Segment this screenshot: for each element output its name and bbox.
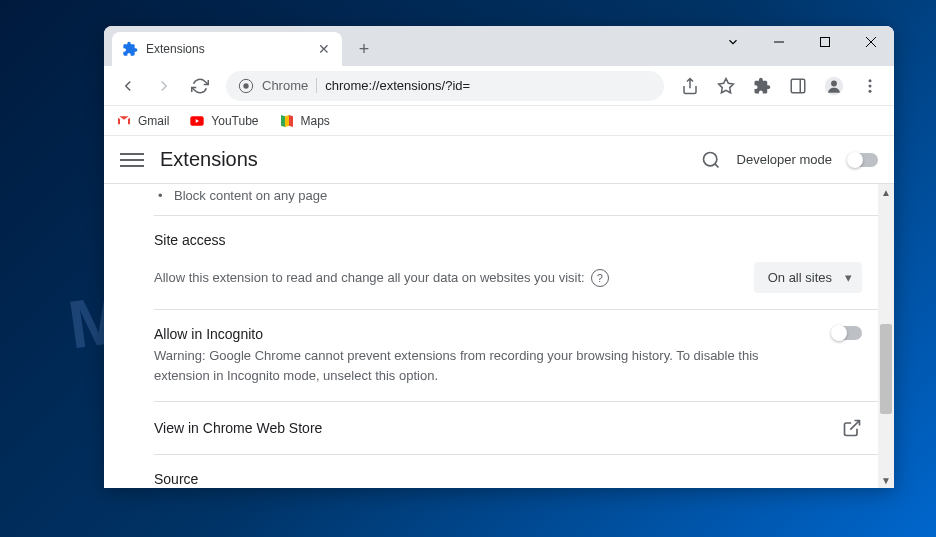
svg-point-10 <box>831 80 837 86</box>
bookmark-maps[interactable]: Maps <box>279 113 330 129</box>
address-bar[interactable]: Chrome chrome://extensions/?id= <box>226 71 664 101</box>
site-access-section: Site access Allow this extension to read… <box>154 215 878 309</box>
developer-mode-label: Developer mode <box>737 152 832 167</box>
svg-point-12 <box>869 84 872 87</box>
page-title: Extensions <box>160 148 258 171</box>
menu-icon[interactable] <box>854 70 886 102</box>
bookmark-icon[interactable] <box>710 70 742 102</box>
bookmark-youtube[interactable]: YouTube <box>189 113 258 129</box>
svg-point-11 <box>869 79 872 82</box>
help-icon[interactable]: ? <box>591 269 609 287</box>
bookmark-gmail[interactable]: Gmail <box>116 113 169 129</box>
site-access-dropdown[interactable]: On all sites <box>754 262 862 293</box>
page-header: Extensions Developer mode <box>104 136 894 184</box>
window-controls <box>710 26 894 58</box>
svg-rect-1 <box>821 38 830 47</box>
svg-point-5 <box>243 83 248 88</box>
chrome-icon <box>238 78 254 94</box>
address-prefix: Chrome <box>262 78 317 93</box>
tab-title: Extensions <box>146 42 205 56</box>
svg-rect-7 <box>791 79 805 93</box>
svg-point-16 <box>703 152 716 165</box>
incognito-title: Allow in Incognito <box>154 326 812 342</box>
site-access-label: Site access <box>154 232 862 248</box>
webstore-label: View in Chrome Web Store <box>154 420 322 436</box>
source-label: Source <box>154 471 862 487</box>
incognito-toggle[interactable] <box>832 326 862 340</box>
tab-search-icon[interactable] <box>710 26 756 58</box>
developer-mode-toggle[interactable] <box>848 153 878 167</box>
minimize-button[interactable] <box>756 26 802 58</box>
incognito-section: Allow in Incognito Warning: Google Chrom… <box>154 309 878 401</box>
titlebar: Extensions ✕ + <box>104 26 894 66</box>
scroll-up-icon[interactable]: ▲ <box>878 184 894 200</box>
scroll-down-icon[interactable]: ▼ <box>878 472 894 488</box>
bookmarks-bar: Gmail YouTube Maps <box>104 106 894 136</box>
profile-icon[interactable] <box>818 70 850 102</box>
maps-icon <box>279 113 295 129</box>
share-icon[interactable] <box>674 70 706 102</box>
browser-tab[interactable]: Extensions ✕ <box>112 32 342 66</box>
extensions-icon[interactable] <box>746 70 778 102</box>
bookmark-label: Gmail <box>138 114 169 128</box>
permission-item: Block content on any page <box>154 184 878 215</box>
browser-window: Extensions ✕ + Chrome chrome://extension… <box>104 26 894 488</box>
back-button[interactable] <box>112 70 144 102</box>
svg-marker-6 <box>719 78 734 92</box>
svg-point-13 <box>869 89 872 92</box>
bookmark-label: Maps <box>301 114 330 128</box>
search-icon[interactable] <box>701 150 721 170</box>
scrollbar[interactable]: ▲ ▼ <box>878 184 894 488</box>
incognito-warning: Warning: Google Chrome cannot prevent ex… <box>154 346 812 385</box>
maximize-button[interactable] <box>802 26 848 58</box>
gmail-icon <box>116 113 132 129</box>
close-button[interactable] <box>848 26 894 58</box>
content-area: Block content on any page Site access Al… <box>104 184 878 488</box>
forward-button[interactable] <box>148 70 180 102</box>
webstore-section[interactable]: View in Chrome Web Store <box>154 401 878 454</box>
open-external-icon <box>842 418 862 438</box>
scroll-thumb[interactable] <box>880 324 892 414</box>
svg-line-17 <box>714 163 718 167</box>
new-tab-button[interactable]: + <box>350 35 378 63</box>
source-section: Source <box>154 454 878 488</box>
extension-icon <box>122 41 138 57</box>
toolbar: Chrome chrome://extensions/?id= <box>104 66 894 106</box>
reload-button[interactable] <box>184 70 216 102</box>
tab-close-icon[interactable]: ✕ <box>316 41 332 57</box>
address-url: chrome://extensions/?id= <box>325 78 470 93</box>
bookmark-label: YouTube <box>211 114 258 128</box>
youtube-icon <box>189 113 205 129</box>
hamburger-icon[interactable] <box>120 148 144 172</box>
sidepanel-icon[interactable] <box>782 70 814 102</box>
site-access-text: Allow this extension to read and change … <box>154 270 585 285</box>
